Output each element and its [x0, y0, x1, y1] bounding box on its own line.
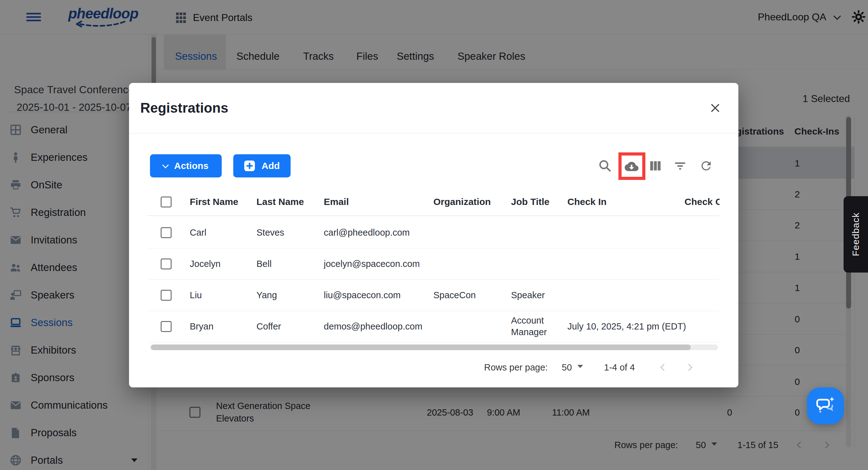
horizontal-scrollbar-thumb[interactable] [151, 344, 691, 350]
columns-button[interactable] [649, 159, 662, 173]
cell-first-name: Liu [190, 290, 202, 300]
refresh-icon [699, 159, 713, 173]
column-header-check-in[interactable]: Check In [567, 197, 607, 207]
filter-button[interactable] [673, 159, 687, 173]
column-header-email[interactable]: Email [324, 197, 349, 207]
modal-title: Registrations [140, 100, 228, 116]
rows-per-page-label: Rows per page: [484, 362, 548, 373]
cell-first-name: Carl [190, 228, 206, 238]
select-all-checkbox[interactable] [161, 197, 172, 207]
row-checkbox[interactable] [161, 259, 172, 269]
cell-check-in: July 10, 2025, 4:21 pm (EDT) [567, 322, 686, 332]
rows-per-page-value[interactable]: 50 [562, 362, 572, 373]
divider [129, 133, 738, 133]
add-button[interactable]: Add [233, 154, 290, 177]
cell-email: jocelyn@spacecon.com [324, 259, 420, 269]
cell-last-name: Bell [256, 259, 272, 269]
filter-icon [673, 159, 687, 173]
row-checkbox[interactable] [161, 227, 172, 238]
cell-first-name: Bryan [190, 322, 214, 332]
refresh-button[interactable] [699, 159, 713, 173]
caret-down-icon[interactable] [578, 365, 583, 368]
row-checkbox[interactable] [161, 321, 172, 332]
feedback-label: Feedback [850, 212, 861, 256]
cell-last-name: Coffer [256, 322, 281, 332]
cell-email: carl@pheedloop.com [324, 228, 410, 238]
column-header-first-name[interactable]: First Name [190, 197, 238, 207]
horizontal-scrollbar[interactable] [150, 344, 718, 350]
search-button[interactable] [598, 159, 612, 173]
chat-icon [815, 395, 836, 416]
actions-button-label: Actions [174, 161, 209, 171]
feedback-tab[interactable]: Feedback [844, 196, 868, 273]
previous-page-icon[interactable] [660, 364, 668, 371]
cloud-download-icon [625, 159, 639, 174]
divider [148, 342, 720, 342]
divider [148, 311, 720, 311]
close-icon [710, 102, 721, 113]
registrations-table: First Name Last Name Email Organization … [148, 186, 720, 346]
pheedloop-app: pheedloop Event Portals PheedLoop QA [0, 0, 868, 470]
export-button[interactable] [625, 160, 639, 173]
divider [148, 215, 720, 216]
columns-icon [649, 159, 662, 173]
page-range: 1-4 of 4 [604, 362, 635, 373]
cell-first-name: Jocelyn [190, 259, 220, 269]
column-header-organization[interactable]: Organization [433, 197, 491, 207]
cell-last-name: Steves [256, 228, 284, 238]
cell-email: liu@spacecon.com [324, 290, 401, 300]
chevron-down-icon [162, 162, 169, 168]
chat-button[interactable] [807, 388, 844, 424]
cell-job-title: Speaker [511, 290, 545, 300]
column-header-job-title[interactable]: Job Title [511, 197, 550, 207]
cell-organization: SpaceCon [433, 290, 476, 300]
column-header-last-name[interactable]: Last Name [256, 197, 304, 207]
next-page-icon[interactable] [685, 364, 693, 371]
divider [148, 279, 720, 280]
close-button[interactable] [708, 101, 722, 115]
cell-last-name: Yang [256, 290, 277, 300]
plus-icon [244, 160, 255, 171]
column-header-check-out[interactable]: Check Out [684, 197, 720, 207]
cell-job-title: Account Manager [511, 315, 564, 338]
add-button-label: Add [261, 161, 280, 171]
search-icon [598, 159, 612, 173]
actions-button[interactable]: Actions [150, 154, 222, 177]
cell-email: demos@pheedloop.com [324, 322, 423, 332]
divider [148, 248, 720, 248]
registrations-modal: Registrations Actions Add [129, 83, 738, 388]
row-checkbox[interactable] [161, 290, 172, 301]
